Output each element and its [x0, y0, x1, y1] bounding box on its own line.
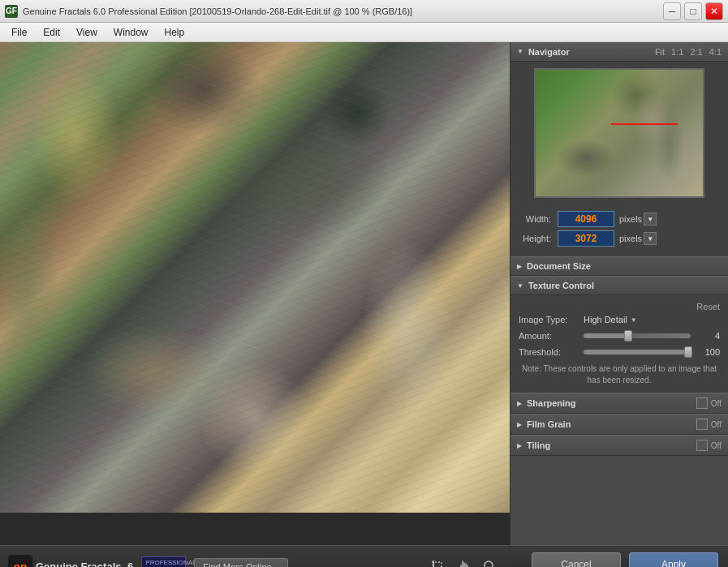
threshold-slider-container: 100	[584, 347, 720, 357]
navigator-content	[510, 62, 728, 204]
svg-point-0	[485, 561, 493, 568]
height-input[interactable]	[558, 230, 614, 247]
menu-bar: File Edit View Window Help	[0, 23, 728, 42]
sharpening-title: Sharpening	[527, 398, 576, 408]
document-size-header[interactable]: ▶ Document Size	[510, 256, 728, 276]
close-button[interactable]: ✕	[705, 2, 723, 20]
amount-label: Amount:	[519, 331, 584, 341]
texture-collapse-icon: ▼	[517, 282, 523, 290]
amount-value: 4	[696, 331, 720, 341]
status-bar: on Genuine Fractals 6 PROFESSIONAL EDITI…	[0, 545, 510, 567]
navigator-thumbnail[interactable]	[534, 68, 704, 198]
window-title: Genuine Fractals 6.0 Professional Editio…	[23, 6, 412, 16]
threshold-slider-thumb[interactable]	[684, 346, 692, 358]
hand-icon	[456, 559, 472, 568]
film-grain-left: ▶ Film Grain	[517, 419, 571, 429]
amount-row: Amount: 4	[519, 331, 720, 341]
zoom-4-1[interactable]: 4:1	[709, 47, 722, 57]
image-type-value: High Detail	[584, 315, 627, 324]
zoom-1-1[interactable]: 1:1	[671, 47, 683, 57]
cancel-button[interactable]: Cancel	[532, 552, 621, 567]
title-bar: GF Genuine Fractals 6.0 Professional Edi…	[0, 0, 728, 23]
sharpening-checkbox[interactable]	[696, 397, 708, 409]
canvas-area[interactable]	[0, 42, 510, 545]
navigator-zoom-controls: Fit 1:1 2:1 4:1	[655, 47, 722, 57]
sharpening-left: ▶ Sharpening	[517, 398, 576, 408]
menu-window[interactable]: Window	[106, 25, 157, 40]
tiling-title: Tiling	[527, 440, 550, 450]
menu-help[interactable]: Help	[157, 25, 193, 40]
threshold-label: Threshold:	[519, 347, 584, 357]
texture-header-left: ▼ Texture Control	[517, 281, 594, 290]
texture-header[interactable]: ▼ Texture Control	[510, 276, 728, 295]
image-type-dropdown-icon[interactable]: ▼	[631, 316, 637, 324]
sharpening-section[interactable]: ▶ Sharpening Off	[510, 393, 728, 414]
bottom-buttons: Cancel Apply	[510, 545, 728, 567]
toolbar-tools	[427, 556, 502, 568]
film-grain-collapse-icon: ▶	[517, 421, 522, 428]
tiling-left: ▶ Tiling	[517, 440, 550, 450]
texture-reset-row: Reset	[519, 302, 720, 311]
amount-slider-thumb[interactable]	[624, 330, 632, 341]
reset-button[interactable]: Reset	[696, 302, 720, 311]
width-unit-dropdown[interactable]: ▼	[644, 213, 657, 226]
main-content: ▼ Navigator Fit 1:1 2:1 4:1 Width: pixel…	[0, 42, 728, 545]
menu-edit[interactable]: Edit	[35, 25, 68, 40]
sharpening-collapse-icon: ▶	[517, 400, 522, 407]
width-unit: pixels	[619, 214, 642, 224]
genuine-logo: on Genuine Fractals 6	[8, 555, 133, 568]
logo-text: Genuine Fractals 6	[36, 561, 133, 567]
navigator-header[interactable]: ▼ Navigator Fit 1:1 2:1 4:1	[510, 42, 728, 62]
window-controls[interactable]: ─ □ ✕	[663, 2, 723, 20]
status-left: on Genuine Fractals 6 PROFESSIONAL EDITI…	[8, 555, 288, 568]
minimize-button[interactable]: ─	[663, 2, 681, 20]
amount-slider-container: 4	[584, 331, 720, 341]
crop-icon	[430, 559, 446, 568]
film-grain-section[interactable]: ▶ Film Grain Off	[510, 414, 728, 435]
navigator-header-left: ▼ Navigator	[517, 47, 570, 57]
height-unit: pixels	[619, 234, 642, 243]
navigator-red-line	[611, 123, 678, 125]
pro-edition-badge: PROFESSIONAL EDITION	[141, 556, 186, 567]
threshold-row: Threshold: 100	[519, 347, 720, 357]
height-unit-dropdown[interactable]: ▼	[644, 232, 657, 245]
menu-file[interactable]: File	[3, 25, 35, 40]
film-grain-checkbox[interactable]	[696, 419, 708, 430]
logo-version-text: 6	[127, 561, 133, 567]
tiling-collapse-icon: ▶	[517, 442, 522, 449]
navigator-title: Navigator	[528, 47, 570, 57]
apply-button[interactable]: Apply	[629, 552, 718, 567]
find-more-button[interactable]: Find More Online...	[194, 558, 288, 568]
menu-view[interactable]: View	[68, 25, 106, 40]
texture-title: Texture Control	[528, 281, 594, 290]
height-label: Height:	[517, 234, 558, 243]
maximize-button[interactable]: □	[684, 2, 702, 20]
amount-slider-track[interactable]	[584, 333, 691, 338]
app-icon: GF	[5, 5, 18, 18]
logo-icon: on	[8, 555, 32, 568]
tiling-section[interactable]: ▶ Tiling Off	[510, 435, 728, 456]
height-row: Height: pixels ▼	[517, 230, 722, 247]
zoom-fit[interactable]: Fit	[655, 47, 665, 57]
film-grain-status-label: Off	[711, 420, 722, 429]
hand-tool-button[interactable]	[453, 556, 476, 568]
document-size-collapse-icon: ▶	[517, 263, 522, 270]
width-input[interactable]	[558, 211, 614, 227]
zoom-2-1[interactable]: 2:1	[690, 47, 702, 57]
sharpening-status-label: Off	[711, 399, 722, 408]
tiling-status-label: Off	[711, 441, 722, 450]
bottom-right: Cancel Apply	[510, 545, 728, 567]
crop-tool-button[interactable]	[427, 556, 450, 568]
tiling-status: Off	[696, 440, 722, 451]
film-grain-title: Film Grain	[527, 419, 571, 429]
threshold-slider-track[interactable]	[584, 350, 691, 354]
pro-badge-line1: PROFESSIONAL	[145, 559, 182, 567]
status-bar-inner: on Genuine Fractals 6 PROFESSIONAL EDITI…	[0, 545, 510, 567]
film-grain-status: Off	[696, 419, 722, 430]
bottom-bar: on Genuine Fractals 6 PROFESSIONAL EDITI…	[0, 545, 728, 567]
amount-slider-fill	[584, 333, 627, 338]
logo-name: Genuine Fractals 6	[36, 561, 133, 567]
tiling-checkbox[interactable]	[696, 440, 708, 451]
width-row: Width: pixels ▼	[517, 211, 722, 227]
zoom-tool-button[interactable]	[479, 556, 502, 568]
